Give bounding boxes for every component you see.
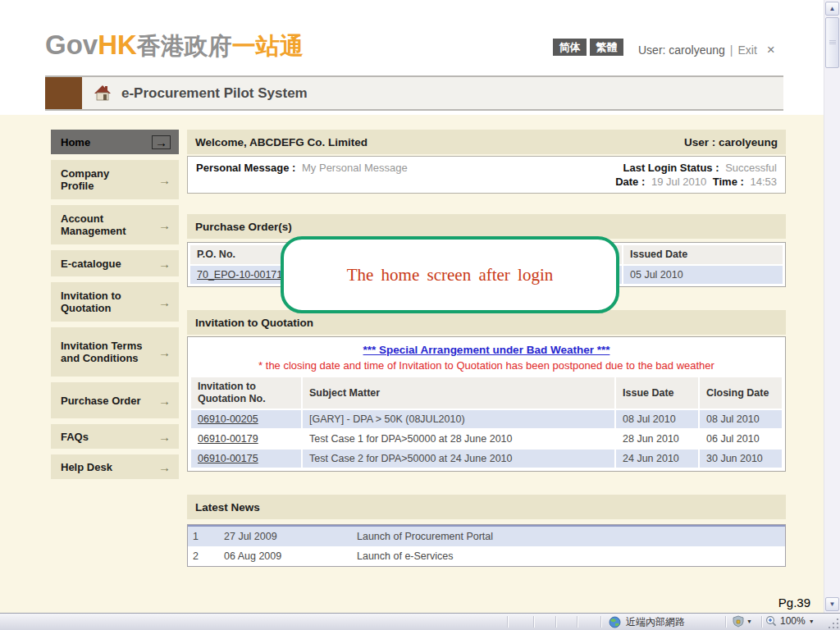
statusbar-separator: [577, 616, 578, 628]
globe-icon: [609, 616, 621, 628]
arrow-right-icon: →: [158, 394, 171, 408]
lang-simplified-button[interactable]: 简体: [553, 39, 587, 56]
login-status: Last Login Status : Successful Date : 19…: [612, 161, 777, 189]
sidebar-item-faqs[interactable]: FAQs →: [51, 424, 179, 449]
statusbar-separator: [533, 616, 534, 628]
sidebar-item-invitation-to-quotation[interactable]: Invitation to Quotation →: [51, 282, 179, 322]
zoom-in-icon: [765, 615, 777, 627]
exit-link[interactable]: Exit: [737, 43, 756, 57]
banner-brown-block: [45, 77, 82, 109]
sidebar-item-label: Company Profile: [61, 167, 144, 192]
issue-date-cell: 08 Jul 2010: [616, 410, 698, 428]
caret-down-icon: ▼: [746, 619, 752, 624]
section-title: Invitation to Quotation: [195, 317, 313, 329]
arrow-right-icon: →: [158, 295, 171, 309]
user-label: User: carolyeung: [638, 43, 725, 57]
scroll-up-button[interactable]: ▲: [825, 2, 839, 16]
slide-page-number: Pg.39: [778, 596, 810, 609]
issued-date-cell: 05 Jul 2010: [623, 266, 783, 284]
sidebar-item-company-profile[interactable]: Company Profile →: [51, 160, 179, 199]
language-switcher: 简体 繁體: [553, 39, 623, 56]
sidebar-item-label: Purchase Order: [61, 395, 141, 407]
news-date: 06 Aug 2009: [219, 546, 352, 566]
sidebar-item-label: Help Desk: [61, 461, 112, 473]
purchase-orders-header: Purchase Order(s): [187, 214, 786, 239]
sidebar-item-label: FAQs: [61, 431, 89, 443]
sidebar-item-label: Invitation Terms and Conditions: [61, 340, 144, 364]
table-row: 06910-00179 Test Case 1 for DPA>50000 at…: [191, 430, 782, 448]
sidebar-item-purchase-order[interactable]: Purchase Order →: [51, 382, 179, 418]
zoom-control[interactable]: 100% ▼: [765, 615, 815, 627]
table-row: 06910-00175 Test Case 2 for DPA>50000 at…: [191, 450, 782, 468]
invitation-header: Invitation to Quotation: [187, 310, 786, 335]
iq-number-link[interactable]: 06910-00175: [198, 453, 258, 464]
subject-cell: Test Case 2 for DPA>50000 at 24 June 201…: [303, 450, 614, 468]
annotation-text: The home screen after login: [347, 265, 554, 285]
sidebar-item-home[interactable]: Home →: [51, 130, 179, 154]
scrollbar-grip: [829, 40, 836, 45]
lang-traditional-button[interactable]: 繁體: [590, 39, 623, 56]
sidebar-nav: Home → Company Profile → Account Managem…: [51, 130, 179, 479]
sidebar-item-help-desk[interactable]: Help Desk →: [51, 454, 179, 479]
issue-date-cell: 24 Jun 2010: [616, 450, 698, 468]
sidebar-item-label: E-catalogue: [61, 258, 121, 270]
annotation-callout: The home screen after login: [281, 236, 619, 313]
date-value: 19 Jul 2010: [651, 176, 706, 188]
personal-message-value: My Personal Message: [302, 162, 408, 174]
special-arrangement-link[interactable]: *** Special Arrangement under Bad Weathe…: [363, 344, 610, 356]
zoom-level: 100%: [780, 615, 806, 627]
personal-message-label: Personal Message :: [196, 162, 295, 174]
iq-number-link[interactable]: 06910-00179: [198, 433, 258, 445]
protected-mode-button[interactable]: ▼: [733, 615, 752, 628]
time-label: Time :: [713, 176, 744, 188]
divider: |: [730, 43, 733, 57]
closing-date-cell: 30 Jun 2010: [700, 450, 782, 468]
statusbar-separator: [555, 616, 556, 628]
home-house-icon: [94, 84, 112, 103]
scrollbar-thumb[interactable]: [825, 17, 839, 68]
close-icon[interactable]: ×: [767, 42, 775, 58]
col-issued-date: Issued Date: [623, 245, 783, 264]
govhk-logo: GovHK香港政府一站通: [45, 30, 304, 63]
sidebar-item-invitation-terms[interactable]: Invitation Terms and Conditions →: [51, 327, 179, 377]
col-closing-date: Closing Date: [700, 377, 782, 409]
po-number-link[interactable]: 70_EPO-10-00171: [197, 269, 282, 281]
welcome-title: Welcome, ABCDEFG Co. Limited: [195, 136, 368, 148]
screen: GovHK香港政府一站通 简体 繁體 User: carolyeung | Ex…: [0, 0, 840, 630]
special-arrangement-line: *** Special Arrangement under Bad Weathe…: [189, 340, 783, 357]
welcome-bar: Welcome, ABCDEFG Co. Limited User : caro…: [187, 130, 786, 154]
sidebar-item-account-management[interactable]: Account Management →: [51, 205, 179, 244]
news-row: 1 27 Jul 2009 Launch of Procurement Port…: [188, 526, 785, 546]
logo-chinese-gray: 香港政府: [137, 33, 232, 59]
date-label: Date :: [615, 176, 645, 188]
vertical-scrollbar[interactable]: ▲ ▼: [824, 0, 840, 613]
caret-down-icon: ▼: [809, 619, 815, 624]
welcome-user: User : carolyeung: [684, 136, 778, 148]
latest-news-header: Latest News: [187, 495, 786, 519]
sidebar-item-e-catalogue[interactable]: E-catalogue →: [51, 250, 179, 276]
table-header-row: Invitation to Quotation No. Subject Matt…: [191, 377, 782, 409]
iq-number-link[interactable]: 06910-00205: [198, 413, 258, 425]
arrow-right-icon: →: [158, 257, 171, 271]
sidebar-item-label: Account Management: [61, 212, 144, 237]
statusbar-separator: [761, 616, 762, 628]
logo-chinese-orange: 一站通: [232, 33, 304, 59]
news-number: 1: [188, 526, 219, 546]
logo-hk: HK: [98, 30, 137, 60]
time-value: 14:53: [750, 176, 777, 188]
login-status-value: Successful: [725, 162, 777, 174]
sidebar-item-label: Invitation to Quotation: [61, 290, 144, 314]
personal-message-panel: Personal Message : My Personal Message L…: [187, 156, 786, 194]
section-title: Latest News: [195, 501, 260, 514]
section-title: Purchase Order(s): [195, 221, 292, 233]
scroll-down-button[interactable]: ▼: [825, 597, 839, 611]
arrow-right-icon: →: [158, 345, 171, 359]
security-zone-indicator: 近端內部網路: [609, 615, 685, 629]
arrow-right-icon: →: [152, 135, 171, 149]
login-status-label: Last Login Status :: [623, 162, 719, 174]
zone-text: 近端內部網路: [626, 615, 685, 629]
news-title: Launch of e-Services: [352, 546, 785, 566]
statusbar-separator: [600, 616, 601, 628]
arrow-right-icon: →: [158, 173, 171, 187]
logo-gov: Gov: [45, 30, 98, 60]
